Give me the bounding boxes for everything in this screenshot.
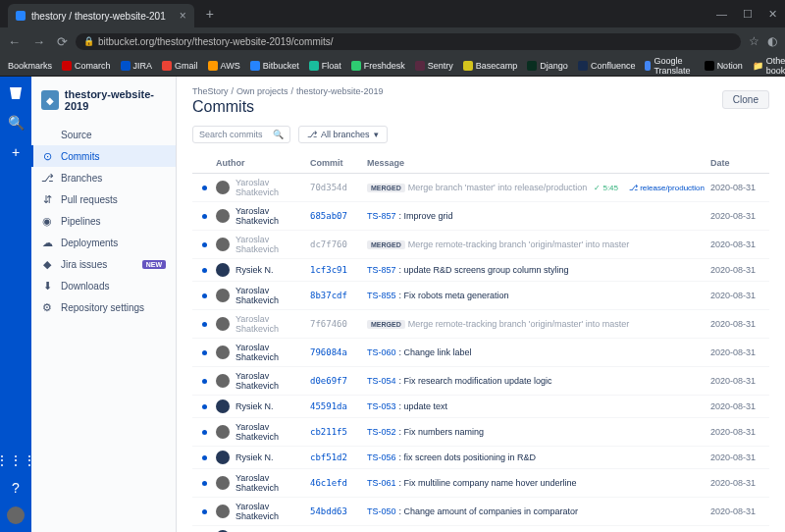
commit-date: 2020-08-31 [710,427,769,437]
extensions-icon[interactable]: ◐ [767,34,777,48]
branch-filter[interactable]: ⎇ All branches ▾ [298,126,388,143]
author-name[interactable]: Rysiek N. [236,452,274,462]
bookmark-item[interactable]: Freshdesk [351,56,405,76]
sidebar-item-commit[interactable]: ⊙Commits [31,145,176,167]
bitbucket-logo-icon[interactable] [7,84,25,102]
issue-link[interactable]: TS-054 [367,376,396,386]
sidebar-item-settings[interactable]: ⚙Repository settings [31,296,176,318]
sidebar-item-pipeline[interactable]: ◉Pipelines [31,210,176,232]
author-name[interactable]: Yaroslav Shatkevich [236,502,310,521]
sidebar-item-branch[interactable]: ⎇Branches [31,167,176,188]
back-button[interactable]: ← [8,34,21,49]
message-cell: MERGED Merge remote-tracking branch 'ori… [367,319,710,329]
bookmark-item[interactable]: Sentry [415,56,453,76]
commit-hash[interactable]: 796084a [310,347,367,357]
repo-header[interactable]: ◆ thestory-website-2019 [31,84,176,124]
apps-icon[interactable]: ⋮⋮⋮ [7,452,25,469]
bookmark-item[interactable]: Basecamp [463,56,518,76]
commit-hash[interactable]: cbf51d2 [310,452,367,462]
reload-button[interactable]: ⟳ [57,34,68,49]
commit-hash[interactable]: cb211f5 [310,427,367,437]
commit-hash[interactable]: 45591da [310,401,367,411]
commit-message: : Fix robots meta generation [399,291,509,300]
breadcrumb-link[interactable]: TheStory [192,86,229,96]
sidebar-item-deploy[interactable]: ☁Deployments [31,232,176,253]
issue-link[interactable]: TS-060 [367,347,396,357]
clone-button[interactable]: Clone [722,90,769,109]
bookmark-item[interactable]: JIRA [121,56,153,76]
avatar[interactable] [7,506,25,524]
create-icon[interactable]: + [7,143,25,161]
sidebar-item-label: Pipelines [61,216,101,227]
search-icon[interactable]: 🔍 [7,114,25,132]
search-input[interactable]: Search commits 🔍 [192,126,290,143]
commit-hash[interactable]: 685ab07 [310,211,367,221]
minimize-button[interactable]: — [716,8,727,21]
commit-message: : fix screen dots positioning in R&D [399,452,537,462]
commit-date: 2020-08-31 [710,239,769,249]
sidebar-item-download[interactable]: ⬇Downloads [31,275,176,296]
breadcrumb-link[interactable]: Own projects [236,86,288,96]
message-cell: TS-060: Change link label [367,347,710,357]
maximize-button[interactable]: ☐ [743,8,753,21]
author-name[interactable]: Yaroslav Shatkevich [236,473,310,493]
browser-tab[interactable]: thestory / thestory-website-201 × [8,4,194,27]
issue-link[interactable]: TS-052 [367,427,396,437]
author-name[interactable]: Rysiek N. [236,265,274,275]
commit-hash[interactable]: d0e69f7 [310,376,367,386]
star-icon[interactable]: ☆ [749,34,759,48]
close-window-button[interactable]: ✕ [768,8,777,21]
bookmark-item[interactable]: Notion [705,56,743,76]
author-name[interactable]: Yaroslav Shatkevich [236,286,310,305]
bookmark-item[interactable]: Google Translate [645,56,694,76]
url-text: bitbucket.org/thestory/thestory-website-… [98,36,334,47]
builds-badge[interactable]: ✓ 5:45 [594,184,618,192]
sidebar-item-code[interactable]: Source [31,124,176,145]
sidebar-item-pr[interactable]: ⇵Pull requests [31,188,176,210]
issue-link[interactable]: TS-855 [367,291,396,300]
author-name[interactable]: Yaroslav Shatkevich [236,371,310,391]
commit-hash[interactable]: 8b37cdf [310,291,367,300]
author-name[interactable]: Rysiek N. [236,401,274,411]
bookmark-item[interactable]: Comarch [62,56,111,76]
commit-hash[interactable]: dc7f760 [310,239,367,249]
bookmark-item[interactable]: Float [309,56,341,76]
author-name[interactable]: Yaroslav Shatkevich [236,343,310,362]
commit-hash[interactable]: 70d354d [310,183,367,192]
bookmark-item[interactable]: Bitbucket [250,56,299,76]
url-input[interactable]: 🔒 bitbucket.org/thestory/thestory-websit… [76,33,741,50]
branch-tag[interactable]: ⎇ release/production [629,184,705,192]
commit-message: : Change amount of companies in comparat… [399,506,579,516]
author-name[interactable]: Yaroslav Shatkevich [236,235,310,254]
breadcrumb-link[interactable]: thestory-website-2019 [296,86,384,96]
bookmark-item[interactable]: Django [527,56,568,76]
commit-hash[interactable]: 7f67460 [310,319,367,329]
commit-hash[interactable]: 1cf3c91 [310,265,367,275]
bookmark-item[interactable]: Gmail [162,56,198,76]
issue-link[interactable]: TS-056 [367,452,396,462]
bookmark-item[interactable]: AWS [208,56,240,76]
commit-date: 2020-08-31 [710,211,769,221]
other-bookmarks[interactable]: 📁 Other bookmarks [753,56,785,76]
issue-link[interactable]: TS-053 [367,401,396,411]
issue-link[interactable]: TS-857 [367,211,396,221]
new-tab-button[interactable]: + [206,6,214,22]
commit-hash[interactable]: 46c1efd [310,478,367,488]
author-name[interactable]: Yaroslav Shatkevich [236,206,310,226]
issue-link[interactable]: TS-857 [367,265,396,275]
commit-hash[interactable]: 54bdd63 [310,506,367,516]
sidebar-item-jira[interactable]: ◆Jira issuesNEW [31,253,176,275]
help-icon[interactable]: ? [7,479,25,497]
graph-column [192,509,216,514]
issue-link[interactable]: TS-050 [367,506,396,516]
bookmark-item[interactable]: Confluence [578,56,636,76]
author-name[interactable]: Yaroslav Shatkevich [236,314,310,334]
sidebar-item-label: Jira issues [61,259,107,270]
issue-link[interactable]: TS-061 [367,478,396,488]
commit-message: : Fix numbers naming [399,427,485,437]
bookmarks-menu[interactable]: Bookmarks [8,61,52,71]
author-name[interactable]: Yaroslav Shatkevich [236,178,310,197]
forward-button[interactable]: → [32,34,45,49]
close-tab-icon[interactable]: × [180,9,186,23]
author-name[interactable]: Yaroslav Shatkevich [236,422,310,442]
